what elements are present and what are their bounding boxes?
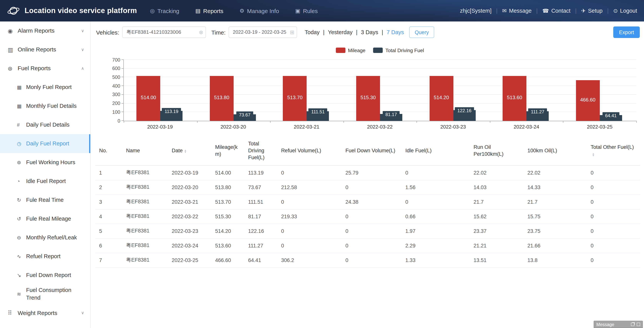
y-axis-tick <box>122 121 124 121</box>
sidebar-item-fuel-down-report[interactable]: ↘Fuel Down Report <box>0 266 90 285</box>
fuel-bar[interactable]: 122.16 <box>453 110 476 121</box>
message-widget-label: Message <box>596 322 629 327</box>
fuel-bar[interactable]: 113.19 <box>160 111 183 121</box>
sidebar-section-weight-reports[interactable]: ⠿Weight Reports∨ <box>0 304 90 322</box>
sort-icon[interactable]: ▴▾ <box>185 149 186 153</box>
mileage-bar[interactable]: 513.60 <box>502 76 526 121</box>
restore-icon[interactable] <box>631 323 634 326</box>
time-range-input[interactable] <box>229 26 297 38</box>
column-header-total-other-fuel-l[interactable]: Total Other Fuel(L)▴▾ <box>587 137 640 165</box>
range-yesterday[interactable]: Yesterday <box>328 29 352 35</box>
fuel-bar[interactable]: 64.41 <box>600 115 622 121</box>
mileage-value-label: 514.20 <box>430 95 453 101</box>
mileage-bar[interactable]: 513.70 <box>283 76 307 121</box>
navbar-contact-button[interactable]: ☎Contact <box>542 8 570 14</box>
message-widget[interactable]: Message <box>594 321 643 328</box>
export-button[interactable]: Export <box>613 26 640 38</box>
column-header-label: Mileage(km) <box>215 144 238 157</box>
mileage-bar[interactable]: 514.20 <box>430 76 453 121</box>
cell-run-oil-per100km-l: 14.03 <box>470 180 524 194</box>
line-chart-icon: ∿ <box>17 254 26 259</box>
report-table-wrap: No.NameDate▴▾Mileage(km)Total Driving Fu… <box>95 137 640 268</box>
top-navbar: Location video service platform ◎Trackin… <box>0 0 644 21</box>
sidebar-item-daily-fuel-details[interactable]: #Daily Fuel Details <box>0 116 90 134</box>
cell-fuel-down-volume-l: 24.38 <box>342 194 402 209</box>
cell-total-other-fuel-l: 0 <box>587 238 640 253</box>
sidebar-item-monly-fuel-report[interactable]: ▦Monly Fuel Report <box>0 78 90 97</box>
sidebar-menu: ◉Alarm Reports∨▥Online Reports∨⊛Fuel Rep… <box>0 21 90 322</box>
sidebar-item-label: Fuel Consumption Trend <box>26 287 84 302</box>
fuel-bar[interactable]: 81.17 <box>380 114 402 121</box>
hash-icon: # <box>17 122 26 128</box>
cell-refuel-volume-l: 0 <box>277 165 342 180</box>
cell-100km-oil-l: 14.33 <box>524 180 587 194</box>
mileage-bar[interactable]: 514.00 <box>136 76 160 121</box>
separator: | <box>575 8 576 14</box>
clear-icon[interactable]: ⊗ <box>199 29 203 35</box>
cell-total-driving-fuel-l: 122.16 <box>244 224 277 238</box>
navbar-message-button[interactable]: ✉Message <box>502 8 532 14</box>
sidebar-item-fuel-working-hours[interactable]: ⊚Fuel Working Hours <box>0 153 90 172</box>
y-axis-label: 100 <box>112 110 120 115</box>
calendar-icon[interactable]: ⊞ <box>290 29 294 35</box>
cell-no: 7 <box>95 253 122 267</box>
vehicles-input[interactable] <box>122 26 206 38</box>
range-3-days[interactable]: 3 Days <box>361 29 378 35</box>
sort-desc-icon: ▾ <box>592 155 594 157</box>
legend-item-mileage[interactable]: Mileage <box>336 47 366 53</box>
mileage-icon: ↺ <box>17 216 26 222</box>
chevron-down-icon: ∨ <box>81 47 84 52</box>
x-axis-tick <box>270 121 270 123</box>
navbar-setup-button[interactable]: ✈Setup <box>581 8 602 14</box>
sidebar-item-monthly-refuel-leak[interactable]: ⊖Monthly Refuel/Leak <box>0 228 90 247</box>
range-7-days[interactable]: 7 Days <box>386 29 404 35</box>
cell-date: 2022-03-24 <box>168 238 211 253</box>
fuel-chart: MileageTotal Driving Fuel 01002003004005… <box>91 43 644 130</box>
sidebar-item-fule-real-time[interactable]: ↻Fule Real Time <box>0 191 90 209</box>
nav-item-manage-info[interactable]: ⚙Manage Info <box>240 7 279 14</box>
legend-item-total-driving-fuel[interactable]: Total Driving Fuel <box>373 47 424 53</box>
mileage-bar[interactable]: 513.80 <box>210 76 234 121</box>
nav-item-tracking[interactable]: ◎Tracking <box>150 7 179 14</box>
sidebar-item-label: Fule Real Mileage <box>26 215 71 222</box>
table-row: 5粤EF83812022-03-23514.20122.16001.9723.3… <box>95 224 640 238</box>
expand-icon[interactable] <box>637 323 640 326</box>
sidebar-item-refuel-report[interactable]: ∿Refuel Report <box>0 247 90 266</box>
navbar-right-label: Logout <box>620 8 637 14</box>
cell-idle-fuel-l: 1.97 <box>402 224 470 238</box>
x-axis-label: 2022-03-22 <box>343 124 416 130</box>
sidebar-item-daily-fuel-report[interactable]: ◷Daily Fuel Report <box>0 134 90 153</box>
column-header-date[interactable]: Date▴▾ <box>168 137 211 165</box>
fuel-bar[interactable]: 111.27 <box>526 111 549 121</box>
sidebar-section-online-reports[interactable]: ▥Online Reports∨ <box>0 40 90 59</box>
nav-item-rules[interactable]: ▣Rules <box>295 7 318 14</box>
fuel-bar[interactable]: 111.51 <box>307 111 329 121</box>
sidebar-item-fuel-consumption-trend[interactable]: ≋Fuel Consumption Trend <box>0 285 90 304</box>
message-icon: ✉ <box>502 8 507 13</box>
cell-idle-fuel-l: 0 <box>402 194 470 209</box>
filter-bar: Vehicles: ⊗ Time: ⊞ Today|Yesterday|3 Da… <box>91 21 644 43</box>
mileage-bar[interactable]: 515.30 <box>356 76 380 121</box>
sidebar-section-alarm-reports[interactable]: ◉Alarm Reports∨ <box>0 21 90 40</box>
cell-refuel-volume-l: 0 <box>277 238 342 253</box>
sidebar-item-monthly-fuel-details[interactable]: ▦Monthly Fuel Details <box>0 97 90 116</box>
logo-icon <box>7 4 20 17</box>
x-axis-label: 2022-03-20 <box>196 124 270 130</box>
sidebar-item-idle-fuel-report[interactable]: ◔Idle Fuel Report <box>0 172 90 191</box>
fuel-bar[interactable]: 73.67 <box>234 115 256 121</box>
navbar-logout-button[interactable]: ⊙Logout <box>613 8 637 14</box>
sort-icon[interactable]: ▴▾ <box>592 153 594 157</box>
vehicles-label: Vehicles: <box>96 29 119 35</box>
fuel-value-label: 113.19 <box>162 108 181 115</box>
sidebar-item-fule-real-mileage[interactable]: ↺Fule Real Mileage <box>0 209 90 228</box>
mileage-bar[interactable]: 466.60 <box>576 80 600 121</box>
cell-name: 粤EF8381 <box>122 238 168 253</box>
navbar-right: zhjc[System]|✉Message|☎Contact|✈Setup|⊙L… <box>460 8 637 14</box>
nav-item-reports[interactable]: ▤Reports <box>196 7 224 14</box>
range-today[interactable]: Today <box>305 29 320 35</box>
trend-down-icon: ↘ <box>17 272 26 278</box>
sidebar-section-fuel-reports[interactable]: ⊛Fuel Reports∧ <box>0 59 90 78</box>
chart-x-labels: 2022-03-192022-03-202022-03-212022-03-22… <box>123 124 636 130</box>
fuel-value-label: 64.41 <box>602 112 619 119</box>
query-button[interactable]: Query <box>410 26 434 38</box>
